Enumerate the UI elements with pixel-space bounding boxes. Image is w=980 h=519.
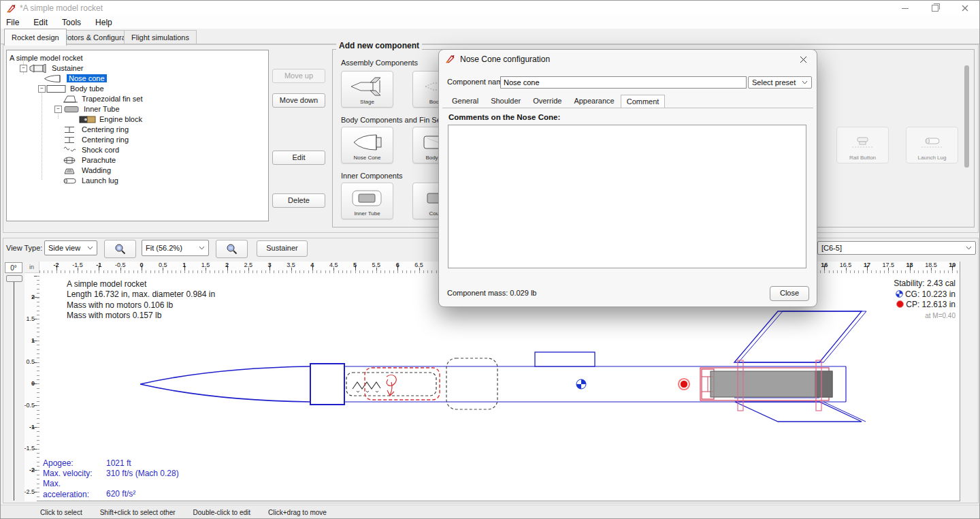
component-button-label: Launch Lug	[906, 155, 958, 161]
tree-item-parachute[interactable]: Parachute	[7, 155, 268, 166]
ruler-label: 19	[949, 262, 956, 268]
tree-item-centering-ring[interactable]: Centering ring	[7, 135, 268, 145]
flight-label: Max. velocity:	[43, 469, 106, 479]
ruler-label: 1.5	[201, 262, 210, 268]
collapse-icon[interactable]: −	[38, 85, 46, 93]
dialog-nose-cone-config: Nose Cone configuration Component name: …	[438, 49, 817, 307]
tree-item-sustainer[interactable]: − Sustainer	[7, 63, 268, 74]
component-button-nose-cone[interactable]: Nose Cone	[341, 127, 393, 163]
restore-button[interactable]	[924, 1, 947, 16]
collapse-icon[interactable]: −	[54, 106, 62, 113]
preset-select-value: Select preset	[752, 78, 802, 86]
status-hint: Double-click to edit	[193, 509, 250, 516]
tree-item-wadding[interactable]: Wadding	[7, 166, 268, 176]
stability-value: Stability: 2.43 cal	[894, 279, 956, 289]
engine-block-icon	[79, 115, 97, 124]
zoom-out-button[interactable]	[216, 240, 248, 258]
tree-item-launch-lug[interactable]: Launch lug	[7, 176, 268, 186]
comment-header: Comments on the Nose Cone:	[448, 113, 560, 121]
window-title: *A simple model rocket	[20, 3, 103, 13]
component-tree[interactable]: A simple model rocket − Sustainer Nose c…	[6, 50, 269, 221]
rocket-diagram[interactable]: A simple model rocketLength 16.732 in, m…	[39, 273, 960, 501]
cp-value: CP: 12.613 in	[894, 300, 956, 311]
menu-item[interactable]: Tools	[62, 18, 81, 27]
move-up-button[interactable]: Move up	[272, 69, 325, 83]
component-button-label: Stage	[342, 99, 393, 105]
zoom-in-button[interactable]	[104, 240, 136, 258]
edit-button[interactable]: Edit	[272, 151, 325, 165]
tree-item-label: Sustainer	[52, 64, 83, 72]
tree-item-centering-ring[interactable]: Centering ring	[7, 125, 268, 135]
rail-button-icon	[848, 132, 878, 153]
dialog-tab-comment[interactable]: Comment	[621, 95, 666, 108]
preset-select[interactable]: Select preset	[748, 76, 812, 89]
component-mass: Component mass: 0.029 lb	[447, 289, 536, 297]
cg-value: CG: 10.223 in	[894, 289, 956, 300]
tree-item-inner-tube[interactable]: − Inner Tube	[7, 104, 268, 114]
tab-flight-simulations[interactable]: Flight simulations	[124, 30, 197, 45]
ruler-label: 3.5	[287, 262, 295, 268]
ruler-label: 3	[268, 262, 272, 268]
move-down-button[interactable]: Move down	[272, 93, 325, 108]
ruler-label: -2	[54, 262, 59, 268]
close-button[interactable]	[953, 1, 977, 16]
zoom-level-select[interactable]: Fit (56.2%)	[142, 240, 209, 256]
ruler-label: -2	[29, 467, 35, 473]
component-button-stage[interactable]: Stage	[341, 71, 393, 108]
tree-item-body-tube[interactable]: − Body tube	[7, 84, 268, 94]
parachute-icon	[63, 156, 79, 165]
tree-item-shock-cord[interactable]: Shock cord	[7, 145, 268, 155]
menu-item[interactable]: Help	[95, 18, 112, 27]
dialog-tab-panel: Comments on the Nose Cone:	[442, 108, 813, 284]
ruler-label: 4	[310, 262, 314, 268]
minimize-button[interactable]	[894, 1, 917, 16]
ruler-label: 1	[31, 337, 35, 344]
component-name-input[interactable]	[500, 76, 747, 89]
close-icon	[800, 56, 807, 63]
tree-item-label: Engine block	[99, 115, 142, 123]
cg-marker	[576, 379, 586, 389]
dialog-tab-appearance[interactable]: Appearance	[568, 95, 620, 108]
dialog-tab-override[interactable]: Override	[527, 95, 568, 108]
nose-cone-icon	[352, 132, 383, 153]
rotation-slider[interactable]	[6, 275, 22, 282]
ruler-label: 0	[140, 262, 143, 268]
dialog-tab-general[interactable]: General	[446, 95, 485, 108]
rotation-value[interactable]: 0°	[5, 262, 22, 273]
delete-button[interactable]: Delete	[272, 193, 325, 208]
section-label-assembly: Assembly Components	[341, 59, 418, 67]
zoom-level-value: Fit (56.2%)	[146, 244, 199, 252]
scrollbar[interactable]	[964, 65, 969, 168]
tree-item-label: Shock cord	[82, 146, 119, 154]
tree-item-nose-cone[interactable]: Nose cone	[7, 74, 268, 84]
tree-item-engine-block[interactable]: Engine block	[7, 114, 268, 125]
tab-rocket-design[interactable]: Rocket design	[4, 29, 67, 46]
component-button-inner-tube[interactable]: Inner Tube	[341, 183, 393, 219]
comment-textarea[interactable]	[448, 125, 806, 268]
ruler-label: 17	[864, 262, 870, 268]
dialog-tab-shoulder[interactable]: Shoulder	[485, 95, 527, 108]
tree-root[interactable]: A simple model rocket	[7, 53, 268, 63]
ruler-label: -0.5	[115, 262, 126, 268]
ruler-label: 2.5	[244, 262, 252, 268]
menu-item[interactable]: File	[6, 18, 19, 27]
status-hint: Click to select	[40, 509, 82, 516]
menu-item[interactable]: Edit	[33, 18, 48, 27]
nose-cone-icon	[44, 74, 64, 83]
component-button-launch-lug[interactable]: Launch Lug	[906, 127, 958, 163]
motor-config-select[interactable]: [C6-5]	[817, 241, 976, 255]
collapse-icon[interactable]: −	[20, 65, 27, 72]
dialog-close-button[interactable]	[796, 53, 810, 65]
component-button-rail-button[interactable]: Rail Button	[836, 127, 889, 163]
ruler-label: 2	[225, 262, 229, 268]
launch-lug-icon	[917, 132, 947, 153]
centering-ring-icon	[63, 136, 79, 144]
ruler-label: 5	[353, 262, 357, 268]
view-type-value: Side view	[48, 244, 87, 252]
chevron-down-icon	[966, 246, 972, 250]
dialog-close-action-button[interactable]: Close	[770, 286, 809, 301]
stage-toggle-sustainer[interactable]: Sustainer	[257, 240, 308, 257]
cg-icon	[896, 290, 903, 298]
view-type-select[interactable]: Side view	[44, 240, 97, 255]
tree-item-fin-set[interactable]: Trapezoidal fin set	[7, 94, 268, 104]
